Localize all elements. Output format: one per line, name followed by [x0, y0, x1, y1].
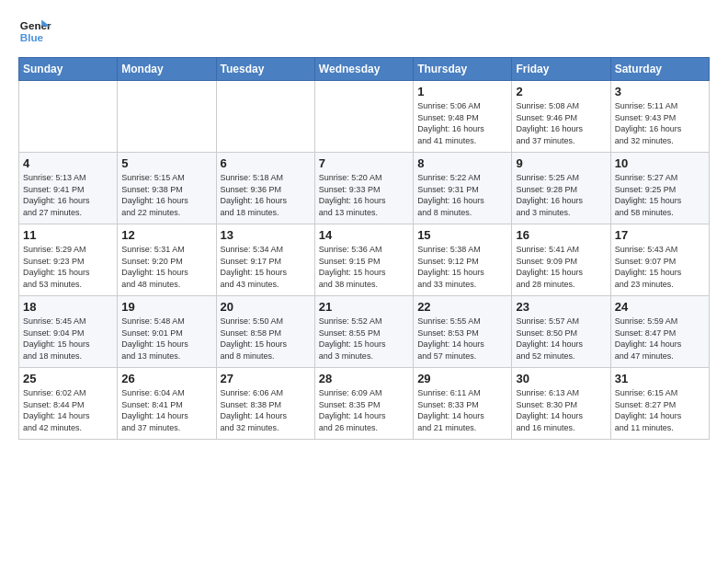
calendar-cell: 1Sunrise: 5:06 AM Sunset: 9:48 PM Daylig…: [414, 81, 512, 153]
day-number: 24: [615, 300, 705, 314]
calendar-cell: 8Sunrise: 5:22 AM Sunset: 9:31 PM Daylig…: [414, 153, 512, 224]
cell-details: Sunrise: 6:13 AM Sunset: 8:30 PM Dayligh…: [516, 387, 606, 433]
calendar-week-5: 25Sunrise: 6:02 AM Sunset: 8:44 PM Dayli…: [19, 368, 710, 440]
calendar-cell: 5Sunrise: 5:15 AM Sunset: 9:38 PM Daylig…: [118, 153, 216, 224]
cell-details: Sunrise: 5:06 AM Sunset: 9:48 PM Dayligh…: [417, 100, 507, 146]
cell-details: Sunrise: 5:38 AM Sunset: 9:12 PM Dayligh…: [417, 244, 507, 290]
cell-details: Sunrise: 5:11 AM Sunset: 9:43 PM Dayligh…: [615, 100, 705, 146]
day-number: 16: [516, 228, 606, 242]
calendar-cell: [118, 81, 216, 153]
day-number: 9: [516, 156, 606, 170]
day-number: 28: [319, 372, 409, 385]
cell-details: Sunrise: 5:25 AM Sunset: 9:28 PM Dayligh…: [516, 172, 606, 218]
day-number: 23: [516, 300, 606, 314]
cell-details: Sunrise: 5:08 AM Sunset: 9:46 PM Dayligh…: [516, 100, 606, 146]
day-number: 12: [121, 228, 211, 242]
cell-details: Sunrise: 5:45 AM Sunset: 9:04 PM Dayligh…: [23, 316, 113, 362]
day-number: 8: [417, 156, 507, 170]
calendar-cell: 18Sunrise: 5:45 AM Sunset: 9:04 PM Dayli…: [19, 296, 118, 368]
calendar-cell: 17Sunrise: 5:43 AM Sunset: 9:07 PM Dayli…: [610, 224, 709, 296]
calendar-cell: 21Sunrise: 5:52 AM Sunset: 8:55 PM Dayli…: [314, 296, 413, 368]
day-number: 17: [615, 228, 705, 242]
weekday-header-sunday: Sunday: [19, 58, 118, 81]
cell-details: Sunrise: 6:09 AM Sunset: 8:35 PM Dayligh…: [319, 387, 409, 433]
calendar-cell: 23Sunrise: 5:57 AM Sunset: 8:50 PM Dayli…: [512, 296, 610, 368]
calendar-week-3: 11Sunrise: 5:29 AM Sunset: 9:23 PM Dayli…: [19, 224, 710, 296]
cell-details: Sunrise: 5:48 AM Sunset: 9:01 PM Dayligh…: [121, 316, 211, 362]
cell-details: Sunrise: 5:13 AM Sunset: 9:41 PM Dayligh…: [23, 172, 113, 218]
calendar-week-4: 18Sunrise: 5:45 AM Sunset: 9:04 PM Dayli…: [19, 296, 710, 368]
svg-text:Blue: Blue: [20, 31, 44, 43]
calendar-cell: 14Sunrise: 5:36 AM Sunset: 9:15 PM Dayli…: [314, 224, 413, 296]
calendar-cell: 10Sunrise: 5:27 AM Sunset: 9:25 PM Dayli…: [610, 153, 709, 224]
calendar-cell: 16Sunrise: 5:41 AM Sunset: 9:09 PM Dayli…: [512, 224, 610, 296]
day-number: 11: [23, 228, 113, 242]
calendar-cell: 22Sunrise: 5:55 AM Sunset: 8:53 PM Dayli…: [414, 296, 512, 368]
day-number: 22: [417, 300, 507, 314]
cell-details: Sunrise: 5:27 AM Sunset: 9:25 PM Dayligh…: [615, 172, 705, 218]
calendar-table: SundayMondayTuesdayWednesdayThursdayFrid…: [18, 57, 710, 440]
day-number: 6: [221, 156, 311, 170]
weekday-header-thursday: Thursday: [414, 58, 512, 81]
day-number: 3: [615, 85, 705, 98]
logo-icon: General Blue: [18, 15, 51, 48]
calendar-week-2: 4Sunrise: 5:13 AM Sunset: 9:41 PM Daylig…: [19, 153, 710, 224]
calendar-cell: 12Sunrise: 5:31 AM Sunset: 9:20 PM Dayli…: [118, 224, 216, 296]
calendar-cell: 24Sunrise: 5:59 AM Sunset: 8:47 PM Dayli…: [610, 296, 709, 368]
weekday-header-saturday: Saturday: [610, 58, 709, 81]
calendar-cell: 6Sunrise: 5:18 AM Sunset: 9:36 PM Daylig…: [216, 153, 314, 224]
cell-details: Sunrise: 6:04 AM Sunset: 8:41 PM Dayligh…: [121, 387, 211, 433]
calendar-cell: 28Sunrise: 6:09 AM Sunset: 8:35 PM Dayli…: [314, 368, 413, 440]
day-number: 1: [417, 85, 507, 98]
day-number: 5: [121, 156, 211, 170]
cell-details: Sunrise: 6:11 AM Sunset: 8:33 PM Dayligh…: [417, 387, 507, 433]
header: General Blue: [18, 15, 710, 48]
day-number: 21: [319, 300, 409, 314]
cell-details: Sunrise: 5:52 AM Sunset: 8:55 PM Dayligh…: [319, 316, 409, 362]
day-number: 13: [221, 228, 311, 242]
calendar-cell: 26Sunrise: 6:04 AM Sunset: 8:41 PM Dayli…: [118, 368, 216, 440]
day-number: 31: [615, 372, 705, 385]
day-number: 26: [121, 372, 211, 385]
day-number: 7: [319, 156, 409, 170]
day-number: 4: [23, 156, 113, 170]
logo: General Blue: [18, 15, 57, 48]
calendar-cell: 15Sunrise: 5:38 AM Sunset: 9:12 PM Dayli…: [414, 224, 512, 296]
day-number: 18: [23, 300, 113, 314]
day-number: 10: [615, 156, 705, 170]
cell-details: Sunrise: 5:59 AM Sunset: 8:47 PM Dayligh…: [615, 316, 705, 362]
cell-details: Sunrise: 5:22 AM Sunset: 9:31 PM Dayligh…: [417, 172, 507, 218]
cell-details: Sunrise: 5:55 AM Sunset: 8:53 PM Dayligh…: [417, 316, 507, 362]
cell-details: Sunrise: 5:18 AM Sunset: 9:36 PM Dayligh…: [221, 172, 311, 218]
day-number: 19: [121, 300, 211, 314]
day-number: 25: [23, 372, 113, 385]
day-number: 27: [221, 372, 311, 385]
cell-details: Sunrise: 5:36 AM Sunset: 9:15 PM Dayligh…: [319, 244, 409, 290]
day-number: 20: [221, 300, 311, 314]
calendar-cell: 29Sunrise: 6:11 AM Sunset: 8:33 PM Dayli…: [414, 368, 512, 440]
calendar-cell: 3Sunrise: 5:11 AM Sunset: 9:43 PM Daylig…: [610, 81, 709, 153]
calendar-cell: 25Sunrise: 6:02 AM Sunset: 8:44 PM Dayli…: [19, 368, 118, 440]
cell-details: Sunrise: 5:15 AM Sunset: 9:38 PM Dayligh…: [121, 172, 211, 218]
calendar-cell: [216, 81, 314, 153]
calendar-cell: 4Sunrise: 5:13 AM Sunset: 9:41 PM Daylig…: [19, 153, 118, 224]
cell-details: Sunrise: 5:29 AM Sunset: 9:23 PM Dayligh…: [23, 244, 113, 290]
calendar-week-1: 1Sunrise: 5:06 AM Sunset: 9:48 PM Daylig…: [19, 81, 710, 153]
day-number: 29: [417, 372, 507, 385]
cell-details: Sunrise: 6:15 AM Sunset: 8:27 PM Dayligh…: [615, 387, 705, 433]
calendar-cell: 20Sunrise: 5:50 AM Sunset: 8:58 PM Dayli…: [216, 296, 314, 368]
calendar-cell: [314, 81, 413, 153]
cell-details: Sunrise: 5:43 AM Sunset: 9:07 PM Dayligh…: [615, 244, 705, 290]
calendar-cell: 27Sunrise: 6:06 AM Sunset: 8:38 PM Dayli…: [216, 368, 314, 440]
day-number: 15: [417, 228, 507, 242]
calendar-cell: 7Sunrise: 5:20 AM Sunset: 9:33 PM Daylig…: [314, 153, 413, 224]
weekday-header-tuesday: Tuesday: [216, 58, 314, 81]
calendar-cell: 11Sunrise: 5:29 AM Sunset: 9:23 PM Dayli…: [19, 224, 118, 296]
cell-details: Sunrise: 5:31 AM Sunset: 9:20 PM Dayligh…: [121, 244, 211, 290]
cell-details: Sunrise: 5:50 AM Sunset: 8:58 PM Dayligh…: [221, 316, 311, 362]
weekday-header-friday: Friday: [512, 58, 610, 81]
calendar-cell: 2Sunrise: 5:08 AM Sunset: 9:46 PM Daylig…: [512, 81, 610, 153]
day-number: 2: [516, 85, 606, 98]
calendar-cell: 31Sunrise: 6:15 AM Sunset: 8:27 PM Dayli…: [610, 368, 709, 440]
cell-details: Sunrise: 5:57 AM Sunset: 8:50 PM Dayligh…: [516, 316, 606, 362]
